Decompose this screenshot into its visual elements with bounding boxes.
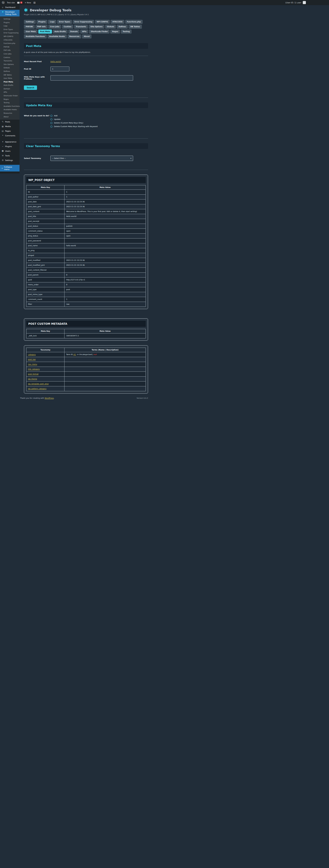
- page-icon[interactable]: ▤: [33, 2, 36, 4]
- taxonomy-link-wp-theme[interactable]: wp_theme: [28, 378, 37, 380]
- search-button[interactable]: Search: [24, 86, 37, 90]
- sidebar-subitem-testing[interactable]: Testing: [0, 101, 20, 104]
- tab-shortcode-finder[interactable]: Shortcode Finder: [89, 30, 109, 34]
- radio-add[interactable]: [50, 115, 52, 117]
- taxonomy-link-post-tag[interactable]: post_tag: [28, 359, 35, 361]
- taxonomy-link-post-format[interactable]: post_format: [28, 373, 38, 375]
- sidebar-item-developer-debug-tools[interactable]: ✱ Developer Debug Tools: [0, 10, 20, 17]
- sidebar-subitem-php-ini[interactable]: PHP.INI: [0, 45, 20, 49]
- sidebar-item-dashboard[interactable]: ⌂ Dashboard: [0, 5, 20, 10]
- sidebar-item-posts[interactable]: ✎Posts: [0, 120, 20, 124]
- sidebar-subitem-apis[interactable]: APIs: [0, 91, 20, 94]
- sidebar-subitem-settings[interactable]: Settings: [0, 17, 20, 21]
- tab-settings[interactable]: Settings: [24, 20, 36, 24]
- taxonomy-link-wp-template-part-area[interactable]: wp_template_part_area: [28, 383, 49, 385]
- sidebar-subitem-functions-php[interactable]: Functions.php: [0, 41, 20, 45]
- tab-available-functions[interactable]: Available Functions: [24, 34, 47, 38]
- sidebar-subitem-resources[interactable]: Resources: [0, 112, 20, 115]
- taxonomy-link-category[interactable]: category: [28, 353, 36, 355]
- taxonomy-link-link-category[interactable]: link_category: [28, 368, 39, 370]
- sidebar-item-plugins[interactable]: ⌁Plugins: [0, 144, 20, 149]
- avatar[interactable]: [303, 1, 306, 4]
- sidebar-subitem-post-meta[interactable]: Post Meta: [0, 80, 20, 84]
- sidebar-subitem-shortcode-finder[interactable]: Shortcode Finder: [0, 94, 20, 98]
- collapse-menu-button[interactable]: « Collapse menu: [0, 165, 20, 172]
- tab-wp-config[interactable]: WP-CONFIG: [95, 20, 110, 24]
- tab-globals[interactable]: Globals: [105, 25, 116, 29]
- sidebar-subitem-domain[interactable]: Domain: [0, 87, 20, 91]
- table-row: post_date2022-11-15 12:23:36: [26, 199, 146, 204]
- tab-site-options[interactable]: Site Options: [89, 25, 104, 29]
- sidebar-subitem-error-suppressing[interactable]: Error Suppressing: [0, 31, 20, 35]
- sidebar-subitem-htaccess[interactable]: HTACCESS: [0, 38, 20, 42]
- tab-about[interactable]: About: [82, 34, 91, 38]
- tab-defines[interactable]: Defines: [117, 25, 128, 29]
- tab-error-suppressing[interactable]: Error Suppressing: [73, 20, 94, 24]
- tab-regex[interactable]: Regex: [110, 30, 120, 34]
- sidebar-item-settings[interactable]: ⚙Settings: [0, 158, 20, 163]
- tab-user-meta[interactable]: User Meta: [24, 30, 37, 34]
- sidebar-subitem-regex[interactable]: Regex: [0, 98, 20, 101]
- tab-htaccess[interactable]: HTACCESS: [111, 20, 124, 24]
- sidebar-subitem-logs[interactable]: Logs: [0, 24, 20, 28]
- sidebar-subitem-globals[interactable]: Globals: [0, 66, 20, 70]
- tab-error-types[interactable]: Error Types: [57, 20, 72, 24]
- tab-cron-jobs[interactable]: Cron Jobs: [48, 25, 61, 29]
- taxonomy-select[interactable]: -- Select One -- ▾: [50, 156, 133, 161]
- tab-logs[interactable]: Logs: [48, 20, 56, 24]
- sidebar-subitem-wp-config[interactable]: WP-CONFIG: [0, 35, 20, 38]
- sidebar-subitem-plugins[interactable]: Plugins: [0, 21, 20, 24]
- tab-db-tables[interactable]: DB Tables: [129, 25, 142, 29]
- tab-available-hooks[interactable]: Available Hooks: [48, 34, 67, 38]
- sidebar-subitem-auto-drafts[interactable]: Auto-Drafts: [0, 84, 20, 87]
- tab-php-info[interactable]: PHP Info: [35, 25, 48, 29]
- taxonomy-link-nav-menu[interactable]: nav_menu: [28, 363, 37, 365]
- comments-menu[interactable]: 0: [17, 2, 22, 4]
- tab-php-ini[interactable]: PHP.INI: [24, 25, 35, 29]
- sidebar-item-comments[interactable]: ❝Comments: [0, 133, 20, 138]
- sidebar-subitem-cookies[interactable]: Cookies: [0, 56, 20, 59]
- sidebar-item-pages[interactable]: ▤Pages: [0, 129, 20, 133]
- sidebar-subitem-error-types[interactable]: Error Types: [0, 28, 20, 31]
- sidebar-subitem-transients[interactable]: Transients: [0, 59, 20, 63]
- sidebar-subitem-available-functions[interactable]: Available Functions: [0, 104, 20, 108]
- sidebar-item-appearance[interactable]: ✦Appearance: [0, 140, 20, 144]
- sidebar-subitem-defines[interactable]: Defines: [0, 69, 20, 73]
- sidebar-item-media[interactable]: ▦Media: [0, 124, 20, 129]
- sidebar-subitem-db-tables[interactable]: DB Tables: [0, 73, 20, 77]
- term-link[interactable]: #1: [74, 353, 76, 355]
- radio-update[interactable]: [50, 118, 52, 120]
- most-recent-post-link[interactable]: Hello world!: [50, 61, 61, 63]
- table-row: comment_count1: [26, 297, 146, 302]
- meta-value-cell: [64, 219, 146, 224]
- hide-prefix-input[interactable]: [50, 75, 133, 81]
- user-account-menu[interactable]: (User ID: 1) user: [285, 2, 301, 4]
- sidebar-subitem-php-info[interactable]: PHP Info: [0, 49, 20, 52]
- sidebar-subitem-cron-jobs[interactable]: Cron Jobs: [0, 52, 20, 56]
- tab-auto-drafts[interactable]: Auto-Drafts: [53, 30, 68, 34]
- wordpress-link[interactable]: WordPress: [45, 397, 54, 399]
- sidebar-subitem-about[interactable]: About: [0, 115, 20, 119]
- tab-plugins[interactable]: Plugins: [36, 20, 47, 24]
- tab-post-meta[interactable]: Post Meta: [38, 30, 52, 34]
- tab-testing[interactable]: Testing: [121, 30, 132, 34]
- site-name-link[interactable]: Test site: [7, 2, 15, 4]
- tab-cookies[interactable]: Cookies: [62, 25, 73, 29]
- tab-apis[interactable]: APIs: [80, 30, 88, 34]
- tab-resources[interactable]: Resources: [67, 34, 81, 38]
- tab-domain[interactable]: Domain: [68, 30, 79, 34]
- plugin-logo-icon: ✱: [2, 11, 4, 13]
- radio-delete-custom-meta-keys-only[interactable]: [50, 122, 52, 124]
- sidebar-item-users[interactable]: ☻Users: [0, 149, 20, 154]
- radio-delete-custom-meta-keys-starting-with-keyword[interactable]: [50, 126, 52, 128]
- wordpress-logo-icon[interactable]: Ⓦ: [2, 1, 5, 4]
- tab-transients[interactable]: Transients: [74, 25, 88, 29]
- sidebar-subitem-user-meta[interactable]: User Meta: [0, 76, 20, 80]
- post-id-input[interactable]: [50, 66, 70, 71]
- tab-functions-php[interactable]: Functions.php: [125, 20, 143, 24]
- taxonomy-link-wp-pattern-category[interactable]: wp_pattern_category: [28, 388, 47, 390]
- new-content-button[interactable]: + New: [25, 2, 31, 4]
- sidebar-subitem-available-hooks[interactable]: Available Hooks: [0, 108, 20, 112]
- sidebar-item-tools[interactable]: ⚒Tools: [0, 154, 20, 158]
- sidebar-subitem-site-options[interactable]: Site Options: [0, 63, 20, 66]
